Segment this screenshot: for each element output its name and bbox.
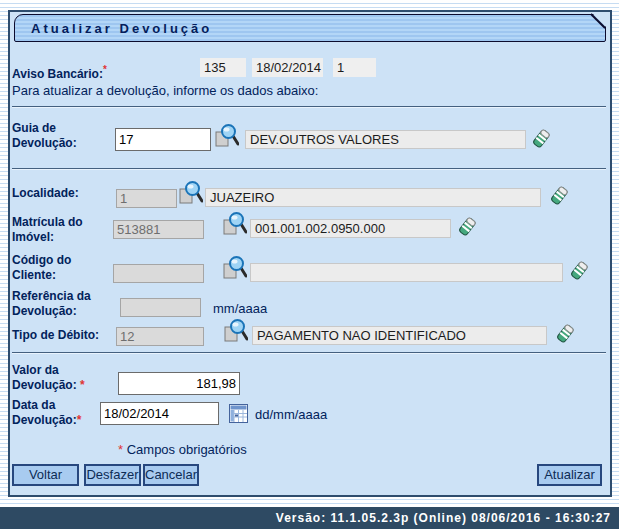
required-asterisk: *: [80, 378, 85, 392]
matricula-imovel-label: Matrícula do Imóvel:: [12, 215, 115, 245]
instructions-text: Para atualizar a devolução, informe os d…: [12, 83, 318, 98]
localidade-eraser-icon[interactable]: [547, 184, 571, 212]
version-text: Versão: 11.1.05.2.3p (Online) 08/06/2016…: [276, 511, 611, 525]
required-asterisk: *: [77, 413, 82, 427]
atualizar-button[interactable]: Atualizar: [537, 464, 602, 486]
guia-eraser-icon[interactable]: [529, 127, 553, 155]
data-format-hint: dd/mm/aaaa: [255, 407, 327, 422]
codigo-cliente-label: Código do Cliente:: [12, 253, 115, 283]
separator-line: [12, 352, 606, 354]
aviso-sequence-value: 1: [333, 58, 376, 77]
codigo-cliente-eraser-icon[interactable]: [567, 259, 591, 287]
guia-devolucao-input[interactable]: [115, 128, 211, 151]
referencia-devolucao-input: [120, 298, 201, 317]
tipo-debito-input: [116, 327, 204, 346]
version-footer-bar: Versão: 11.1.05.2.3p (Online) 08/06/2016…: [0, 507, 619, 529]
matricula-search-icon[interactable]: [223, 211, 247, 241]
guia-devolucao-description: DEV.OUTROS VALORES: [245, 130, 526, 149]
cancelar-button[interactable]: Cancelar: [143, 464, 199, 486]
app-screen: Atualizar Devolução Aviso Bancário:* 135…: [0, 0, 619, 529]
matricula-imovel-description: 001.001.002.0950.000: [250, 219, 451, 238]
desfazer-button[interactable]: Desfazer: [84, 464, 141, 486]
valor-devolucao-label-text: Valor da Devolução:: [12, 363, 77, 392]
localidade-search-icon[interactable]: [179, 180, 203, 210]
data-devolucao-input[interactable]: [100, 402, 219, 425]
form-panel: Atualizar Devolução Aviso Bancário:* 135…: [8, 10, 612, 497]
tipo-debito-label: Tipo de Débito:: [12, 328, 122, 343]
matricula-eraser-icon[interactable]: [455, 215, 479, 243]
tipo-debito-eraser-icon[interactable]: [553, 322, 577, 350]
required-asterisk: *: [118, 442, 123, 457]
aviso-bancario-label: Aviso Bancário:*: [12, 62, 192, 82]
valor-devolucao-input[interactable]: [118, 372, 240, 395]
guia-search-icon[interactable]: [215, 123, 239, 153]
codigo-cliente-search-icon[interactable]: [223, 255, 247, 285]
aviso-number-value: 135: [200, 58, 246, 77]
valor-devolucao-label: Valor da Devolução: *: [12, 363, 122, 393]
data-calendar-icon[interactable]: [229, 404, 248, 427]
required-asterisk: *: [103, 64, 107, 75]
page-title-bar: Atualizar Devolução: [14, 14, 606, 42]
codigo-cliente-description: [250, 263, 563, 282]
referencia-devolucao-label: Referência da Devolução:: [12, 289, 115, 319]
referencia-format-hint: mm/aaaa: [213, 301, 267, 316]
localidade-description: JUAZEIRO: [205, 188, 541, 207]
required-fields-note: * Campos obrigatórios: [118, 442, 247, 457]
tipo-debito-description: PAGAMENTO NAO IDENTIFICADO: [252, 326, 547, 345]
aviso-date-value: 18/02/2014: [252, 58, 323, 77]
tipo-debito-search-icon[interactable]: [224, 318, 248, 348]
aviso-bancario-label-text: Aviso Bancário:: [12, 67, 103, 81]
separator-line: [12, 168, 606, 170]
voltar-button[interactable]: Voltar: [12, 464, 79, 486]
codigo-cliente-input: [113, 264, 204, 283]
guia-devolucao-label: Guia de Devolução:: [12, 121, 115, 151]
separator-line: [12, 106, 606, 108]
page-title: Atualizar Devolução: [15, 21, 212, 36]
matricula-imovel-input: [113, 220, 204, 239]
data-devolucao-label-text: Data da Devolução:: [12, 398, 77, 427]
localidade-input: [116, 189, 177, 208]
required-fields-note-text: Campos obrigatórios: [127, 442, 247, 457]
localidade-label: Localidade:: [12, 186, 115, 201]
